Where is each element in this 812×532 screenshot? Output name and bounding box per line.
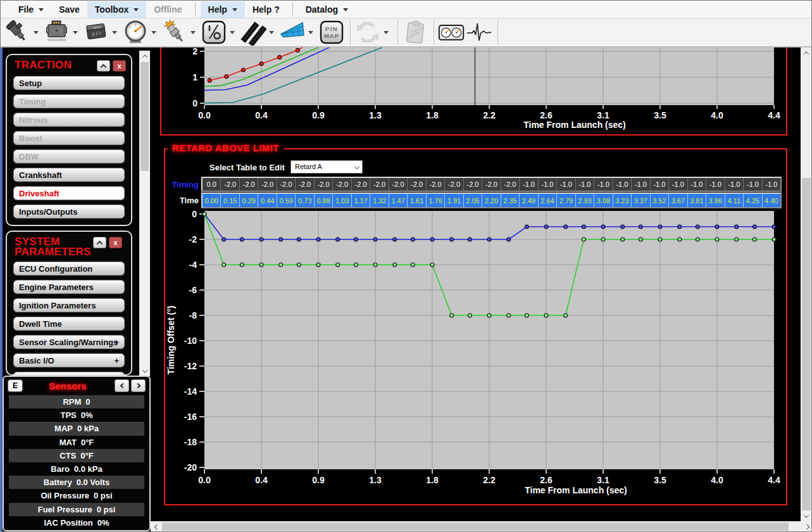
chevron-down-icon[interactable] <box>39 8 44 11</box>
data-point[interactable] <box>297 263 301 267</box>
chevron-down-icon[interactable] <box>34 31 39 34</box>
data-point[interactable] <box>621 238 625 241</box>
next-page-button[interactable] <box>131 379 146 392</box>
data-point[interactable] <box>203 212 206 216</box>
data-point[interactable] <box>411 238 415 241</box>
data-point[interactable] <box>601 238 605 241</box>
scroll-left-arrow[interactable] <box>151 521 161 532</box>
data-point[interactable] <box>354 263 358 267</box>
system-sensor-scaling-warnings[interactable]: Sensor Scaling/Warnings+ <box>13 335 125 349</box>
data-point[interactable] <box>393 238 397 241</box>
data-point[interactable] <box>241 68 245 72</box>
chevron-down-icon[interactable] <box>269 31 274 34</box>
gauge-icon[interactable] <box>122 18 149 46</box>
data-point[interactable] <box>316 263 320 267</box>
chevron-down-icon[interactable] <box>230 31 235 34</box>
data-point[interactable] <box>715 225 719 229</box>
data-point[interactable] <box>678 238 682 241</box>
traction-setup[interactable]: Setup <box>13 76 125 90</box>
chevron-down-icon[interactable] <box>308 31 313 34</box>
data-point[interactable] <box>259 263 263 267</box>
data-point[interactable] <box>772 225 776 229</box>
scroll-right-arrow[interactable] <box>802 521 812 532</box>
chevron-down-icon[interactable] <box>232 8 237 11</box>
scroll-thumb[interactable] <box>802 178 811 510</box>
data-point[interactable] <box>678 225 682 229</box>
data-point[interactable] <box>373 238 377 241</box>
data-point[interactable] <box>525 225 528 229</box>
scroll-down-arrow[interactable] <box>139 365 150 376</box>
data-point[interactable] <box>430 263 434 267</box>
scroll-up-arrow[interactable] <box>139 51 150 61</box>
data-point[interactable] <box>297 238 301 241</box>
chevron-down-icon[interactable] <box>151 31 156 34</box>
data-point[interactable] <box>658 225 662 229</box>
io-icon[interactable] <box>201 18 227 46</box>
data-point[interactable] <box>259 62 263 66</box>
data-point[interactable] <box>621 225 625 229</box>
data-point[interactable] <box>487 314 491 317</box>
data-point[interactable] <box>753 225 756 229</box>
data-point[interactable] <box>544 225 548 229</box>
data-point[interactable] <box>564 314 568 317</box>
data-point[interactable] <box>450 314 454 317</box>
pulse-icon[interactable] <box>466 18 492 46</box>
chevron-down-icon[interactable] <box>384 31 389 34</box>
data-point[interactable] <box>564 225 568 229</box>
menu-toolbox[interactable]: Toolbox <box>87 1 146 18</box>
data-point[interactable] <box>507 238 511 241</box>
retard-graph[interactable]: 0.00.40.91.31.82.22.63.13.54.04.40-2-4-6… <box>165 149 786 504</box>
menu-save[interactable]: Save <box>51 1 87 18</box>
data-point[interactable] <box>411 263 415 267</box>
menu-help[interactable]: Help ? <box>245 1 287 18</box>
data-point[interactable] <box>487 238 491 241</box>
data-point[interactable] <box>735 238 739 241</box>
menu-datalog[interactable]: Datalog <box>298 1 356 18</box>
data-point[interactable] <box>278 55 282 59</box>
data-point[interactable] <box>373 263 377 267</box>
data-point[interactable] <box>222 238 226 241</box>
data-point[interactable] <box>279 263 283 267</box>
scroll-down-arrow[interactable] <box>801 510 812 521</box>
data-point[interactable] <box>336 263 340 267</box>
fuel-injector-icon[interactable] <box>4 18 31 46</box>
efi-module-icon[interactable]: Holley EFI <box>83 18 109 46</box>
data-point[interactable] <box>696 238 699 241</box>
scroll-thumb[interactable] <box>162 522 789 531</box>
main-horizontal-scrollbar[interactable] <box>151 521 812 532</box>
data-point[interactable] <box>525 314 528 317</box>
spark-plug-icon[interactable] <box>161 18 188 46</box>
chevron-down-icon[interactable] <box>191 31 196 34</box>
data-point[interactable] <box>222 263 226 267</box>
data-point[interactable] <box>240 238 244 241</box>
menu-file[interactable]: File <box>11 1 51 18</box>
data-point[interactable] <box>735 225 739 229</box>
collapse-button[interactable] <box>93 237 106 248</box>
collapse-button[interactable] <box>97 60 110 72</box>
dual-gauges-icon[interactable] <box>438 18 465 46</box>
surface-table-icon[interactable] <box>279 18 306 46</box>
data-point[interactable] <box>544 314 548 317</box>
data-point[interactable] <box>468 314 472 317</box>
menu-help[interactable]: Help <box>201 1 245 18</box>
data-point[interactable] <box>507 314 511 317</box>
data-point[interactable] <box>601 225 605 229</box>
data-point[interactable] <box>639 238 642 241</box>
timing-belt-icon[interactable] <box>240 18 266 46</box>
pin-map-icon[interactable]: PIN MAP <box>318 18 345 46</box>
driveshaft-graph[interactable]: 0.00.40.91.31.82.22.63.13.54.04.4012Time… <box>161 48 786 133</box>
expand-button[interactable]: E <box>8 379 23 392</box>
data-point[interactable] <box>696 225 699 229</box>
data-point[interactable] <box>296 48 299 52</box>
data-point[interactable] <box>279 238 283 241</box>
data-point[interactable] <box>450 238 454 241</box>
system-basic-i-o[interactable]: Basic I/O+ <box>13 353 125 367</box>
traction-driveshaft[interactable]: Driveshaft <box>13 186 125 200</box>
data-point[interactable] <box>336 238 340 241</box>
chevron-down-icon[interactable] <box>343 8 348 11</box>
main-vertical-scrollbar[interactable] <box>801 48 812 521</box>
chevron-down-icon[interactable] <box>73 31 78 34</box>
scroll-up-arrow[interactable] <box>801 48 812 58</box>
data-point[interactable] <box>753 238 756 241</box>
close-button[interactable]: x <box>113 60 126 72</box>
